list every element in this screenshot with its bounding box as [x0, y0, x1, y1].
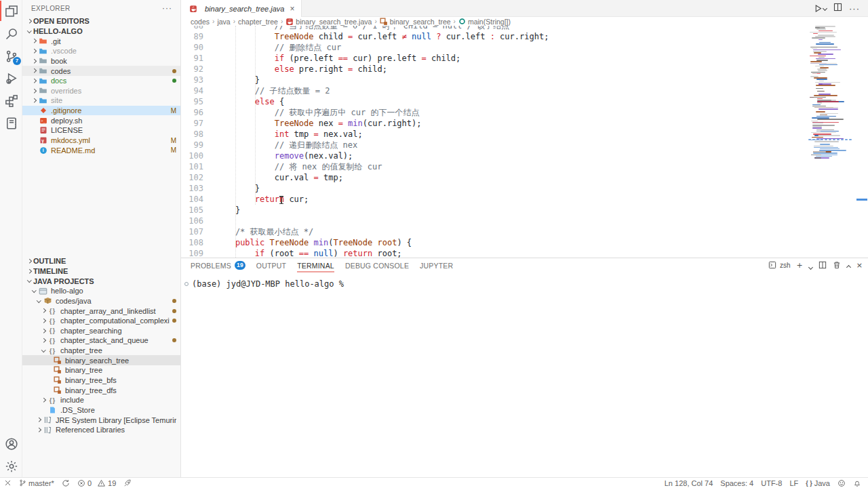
java-tree-item-timeline[interactable]: TIMELINE	[22, 266, 180, 277]
panel-tab-terminal[interactable]: TERMINAL	[297, 258, 334, 272]
code-line-100[interactable]: 100 remove(nex.val);	[181, 150, 868, 161]
feedback-smiley-icon[interactable]	[837, 479, 846, 487]
indentation-status[interactable]: Spaces: 4	[720, 479, 753, 487]
git-branch-status[interactable]: master*	[19, 479, 54, 487]
file-tree-item-codes[interactable]: codes	[22, 66, 180, 76]
close-icon[interactable]: ×	[290, 4, 294, 14]
tree-chevron-icon[interactable]	[25, 20, 33, 23]
notebook-icon[interactable]	[0, 112, 22, 134]
java-tree-item-codes-java[interactable]: codes/java	[22, 296, 180, 306]
tree-chevron-icon[interactable]	[25, 260, 33, 263]
tree-chevron-icon[interactable]	[39, 339, 47, 342]
settings-gear-icon[interactable]	[0, 455, 22, 477]
tree-chevron-icon[interactable]	[30, 49, 38, 53]
java-tree-item-binary-tree-bfs[interactable]: binary_tree_bfs	[22, 375, 180, 386]
file-tree-item-vscode[interactable]: .vscode	[22, 46, 180, 56]
maximize-panel-chevron-icon[interactable]	[847, 260, 850, 272]
source-control-icon[interactable]: 7	[0, 45, 22, 67]
new-terminal-icon[interactable]: +	[797, 261, 803, 270]
code-line-109[interactable]: 109 if (root == null) return root;	[181, 248, 868, 258]
search-icon[interactable]	[0, 22, 22, 45]
code-line-107[interactable]: 107 /* 获取最小结点 */	[181, 226, 868, 237]
code-line-94[interactable]: 94 // 子结点数量 = 2	[181, 85, 868, 96]
code-line-104[interactable]: 104 return cur;	[181, 194, 868, 205]
breadcrumb-item-binary-search-tree-java[interactable]: binary_search_tree.java	[285, 18, 372, 26]
code-line-103[interactable]: 103 }	[181, 183, 868, 194]
java-tree-item-outline[interactable]: OUTLINE	[22, 256, 180, 266]
notifications-bell-icon[interactable]	[853, 479, 861, 487]
encoding-status[interactable]: UTF-8	[761, 479, 782, 487]
extensions-icon[interactable]	[0, 89, 22, 112]
cursor-position-status[interactable]: Ln 128, Col 74	[665, 479, 713, 487]
java-tree-item-java-projects[interactable]: JAVA PROJECTS	[22, 276, 180, 286]
code-line-106[interactable]: 106	[181, 216, 868, 226]
code-line-90[interactable]: 90 // 删除结点 cur	[181, 42, 868, 53]
split-editor-icon[interactable]	[833, 2, 842, 14]
explorer-activity-icon[interactable]	[0, 0, 22, 22]
file-tree-item-site[interactable]: site	[22, 96, 180, 106]
tree-chevron-icon[interactable]	[30, 89, 38, 93]
code-line-92[interactable]: 92 else pre.right = child;	[181, 64, 868, 75]
tab-binary-search-tree[interactable]: binary_search_tree.java ×	[181, 0, 302, 17]
tree-chevron-icon[interactable]	[25, 270, 33, 273]
account-icon[interactable]	[0, 432, 22, 455]
panel-tab-jupyter[interactable]: JUPYTER	[420, 258, 453, 272]
tree-chevron-icon[interactable]	[39, 399, 47, 402]
code-line-96[interactable]: 96 // 获取中序遍历中 cur 的下一个结点	[181, 107, 868, 118]
tree-chevron-icon[interactable]	[25, 30, 33, 33]
more-actions-icon[interactable]: ···	[162, 3, 172, 13]
java-tree-item-hello-algo[interactable]: hello-algo	[22, 286, 180, 296]
terminal-dropdown-chevron-icon[interactable]	[809, 260, 812, 272]
tree-chevron-icon[interactable]	[30, 39, 38, 43]
code-line-101[interactable]: 101 // 将 nex 的值复制给 cur	[181, 161, 868, 172]
tree-chevron-icon[interactable]	[39, 309, 47, 312]
breadcrumb-item-java[interactable]: java	[217, 18, 230, 26]
file-tree-item-license[interactable]: LICENSE	[22, 125, 180, 136]
eol-status[interactable]: LF	[789, 479, 798, 487]
breadcrumb-item-codes[interactable]: codes	[191, 18, 210, 26]
breadcrumb-item-chapter-tree[interactable]: chapter_tree	[238, 18, 278, 26]
java-tree-item-jre-system-library-eclipse-temurin-17-17[interactable]: JRE System Library [Eclipse Temurin 17 […	[22, 415, 180, 425]
breadcrumb-item-main-string[interactable]: main(String[])	[458, 18, 511, 26]
tree-chevron-icon[interactable]	[30, 99, 38, 102]
code-line-89[interactable]: 89 TreeNode child = cur.left ≠ null ? cu…	[181, 31, 868, 42]
java-tree-item-binary-tree-dfs[interactable]: binary_tree_dfs	[22, 385, 180, 395]
code-editor[interactable]: 88 // 当子结点数量 = 0 / 1 时， child = null / 该…	[181, 26, 868, 258]
java-tree-item-binary-tree[interactable]: binary_tree	[22, 365, 180, 375]
terminal[interactable]: (base) jyd@JYD-MBP hello-algo %	[181, 272, 868, 289]
code-line-108[interactable]: 108 public TreeNode min(TreeNode root) {	[181, 237, 868, 248]
file-tree-item-book[interactable]: book	[22, 56, 180, 66]
tree-chevron-icon[interactable]	[30, 290, 38, 292]
close-panel-icon[interactable]: ×	[856, 261, 863, 270]
java-tree-item-binary-search-tree[interactable]: binary_search_tree	[22, 355, 180, 365]
code-line-102[interactable]: 102 cur.val = tmp;	[181, 172, 868, 183]
language-mode-status[interactable]: { } Java	[806, 479, 830, 487]
file-tree-item-overrides[interactable]: overrides	[22, 85, 180, 96]
java-tree-item-chapter-tree[interactable]: {}chapter_tree	[22, 346, 180, 356]
code-line-98[interactable]: 98 int tmp = nex.val;	[181, 129, 868, 140]
code-line-97[interactable]: 97 TreeNode nex = min(cur.right);	[181, 118, 868, 129]
code-line-99[interactable]: 99 // 递归删除结点 nex	[181, 140, 868, 150]
file-tree-item-open-editors[interactable]: OPEN EDITORS	[22, 16, 180, 26]
tree-chevron-icon[interactable]	[30, 60, 38, 63]
java-tree-item-include[interactable]: {}include	[22, 395, 180, 405]
tree-chevron-icon[interactable]	[30, 69, 38, 73]
file-tree-item-readme-md[interactable]: iREADME.mdM	[22, 145, 180, 155]
tree-chevron-icon[interactable]	[39, 319, 47, 323]
tree-chevron-icon[interactable]	[30, 79, 38, 83]
file-tree-item-git[interactable]: .git	[22, 36, 180, 46]
remote-indicator-icon[interactable]	[4, 479, 12, 487]
code-line-95[interactable]: 95 else {	[181, 96, 868, 107]
run-debug-icon[interactable]	[0, 67, 22, 89]
shell-name-label[interactable]: zsh	[780, 262, 791, 269]
tree-chevron-icon[interactable]	[35, 418, 43, 422]
code-line-88[interactable]: 88 // 当子结点数量 = 0 / 1 时， child = null / 该…	[181, 26, 868, 31]
sync-icon[interactable]	[62, 479, 70, 487]
java-tree-item-chapter-computational-complexity[interactable]: {}chapter_computational_complexity	[22, 316, 180, 326]
code-line-91[interactable]: 91 if (pre.left == cur) pre.left = child…	[181, 53, 868, 64]
editor-more-actions-icon[interactable]: ···	[849, 3, 860, 14]
panel-tab-problems[interactable]: PROBLEMS19	[191, 258, 245, 272]
breadcrumb-item-binary-search-tree[interactable]: binary_search_tree	[380, 18, 451, 26]
file-tree-item-gitignore[interactable]: .gitignoreM	[22, 106, 180, 116]
java-launch-rocket-icon[interactable]	[123, 479, 132, 487]
